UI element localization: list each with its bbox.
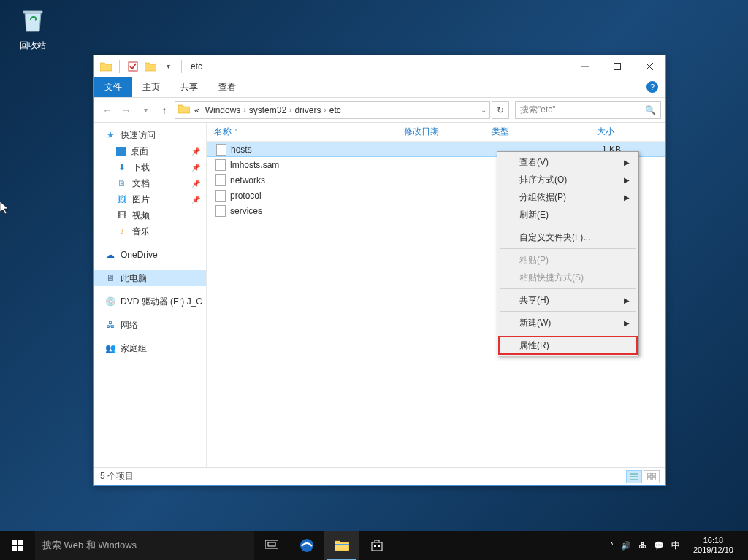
qat-folder-icon[interactable] (143, 59, 158, 74)
cm-refresh[interactable]: 刷新(E) (499, 206, 637, 223)
sidebar-onedrive[interactable]: ☁OneDrive (94, 247, 206, 263)
svg-rect-0 (129, 62, 137, 71)
volume-icon[interactable]: 🔊 (621, 541, 631, 551)
column-headers: 名称˄ 修改日期 类型 大小 (207, 123, 665, 142)
task-view-button[interactable] (254, 531, 289, 560)
breadcrumb-ellipsis[interactable]: « (191, 105, 202, 115)
sort-asc-icon: ˄ (234, 129, 238, 136)
qat-dropdown-icon[interactable]: ▾ (161, 59, 175, 74)
sidebar-item-music[interactable]: ♪音乐 (94, 223, 206, 239)
cm-view[interactable]: 查看(V)▶ (499, 153, 637, 171)
status-text: 5 个项目 (100, 470, 134, 483)
taskbar-explorer[interactable] (324, 531, 359, 560)
cm-paste: 粘贴(P) (499, 251, 637, 269)
file-icon (216, 144, 226, 156)
taskbar-search[interactable]: 搜索 Web 和 Windows (35, 531, 254, 560)
submenu-arrow-icon: ▶ (624, 296, 630, 304)
breadcrumb[interactable]: etc (327, 105, 344, 115)
col-type[interactable]: 类型 (484, 126, 565, 138)
svg-rect-16 (265, 540, 278, 548)
taskbar-search-placeholder: 搜索 Web 和 Windows (42, 539, 137, 552)
sidebar-this-pc[interactable]: 🖥此电脑 (94, 270, 206, 286)
cm-share[interactable]: 共享(H)▶ (499, 291, 637, 309)
breadcrumb[interactable]: Windows (202, 105, 244, 115)
sidebar-homegroup[interactable]: 👥家庭组 (94, 340, 206, 356)
address-bar[interactable]: « Windows› system32› drivers› etc ⌄ (175, 101, 490, 119)
context-menu: 查看(V)▶ 排序方式(O)▶ 分组依据(P)▶ 刷新(E) 自定义文件夹(F)… (497, 151, 639, 356)
tab-view[interactable]: 查看 (208, 77, 246, 97)
cm-group[interactable]: 分组依据(P)▶ (499, 188, 637, 206)
start-button[interactable] (0, 531, 35, 560)
maximize-button[interactable] (601, 56, 633, 77)
svg-rect-21 (374, 545, 376, 547)
sidebar-item-desktop[interactable]: 桌面📌 (94, 143, 206, 159)
col-name[interactable]: 名称˄ (207, 126, 397, 138)
show-desktop-button[interactable] (744, 531, 748, 560)
ime-indicator[interactable]: 中 (671, 540, 680, 552)
clock-time: 16:18 (693, 536, 733, 545)
file-icon (215, 174, 226, 186)
store-icon (370, 539, 383, 552)
cm-new[interactable]: 新建(W)▶ (499, 314, 637, 331)
folder-icon (99, 59, 113, 74)
pin-icon: 📌 (191, 164, 200, 172)
sidebar-dvd[interactable]: 💿DVD 驱动器 (E:) J_C (94, 294, 206, 310)
desktop-icon (116, 147, 126, 156)
forward-button[interactable]: → (118, 101, 135, 119)
svg-rect-15 (18, 546, 23, 551)
svg-rect-11 (652, 477, 656, 480)
details-view-button[interactable] (626, 470, 642, 483)
clock-date: 2019/12/10 (693, 545, 733, 555)
disc-icon: 💿 (104, 296, 116, 307)
svg-rect-14 (12, 546, 17, 551)
refresh-button[interactable]: ↻ (492, 101, 509, 119)
back-button[interactable]: ← (99, 101, 116, 119)
qat-checkbox-icon[interactable] (126, 59, 140, 74)
up-button[interactable]: ↑ (156, 101, 173, 119)
breadcrumb[interactable]: drivers (291, 105, 324, 115)
taskbar-store[interactable] (359, 531, 394, 560)
minimize-button[interactable] (569, 56, 601, 77)
cm-customize[interactable]: 自定义文件夹(F)... (499, 229, 637, 246)
sidebar-quick-access[interactable]: ★快速访问 (94, 127, 206, 143)
sidebar-item-downloads[interactable]: ⬇下载📌 (94, 159, 206, 175)
svg-rect-8 (647, 473, 651, 476)
taskbar-clock[interactable]: 16:18 2019/12/10 (687, 536, 739, 555)
tray-overflow-icon[interactable]: ˄ (610, 542, 614, 550)
cm-sort[interactable]: 排序方式(O)▶ (499, 171, 637, 188)
icons-view-button[interactable] (644, 470, 660, 483)
cloud-icon: ☁ (104, 249, 116, 261)
recycle-bin[interactable]: 回收站 (11, 4, 55, 52)
document-icon: 🗎 (116, 177, 128, 189)
music-icon: ♪ (116, 226, 128, 237)
sidebar-network[interactable]: 🖧网络 (94, 317, 206, 333)
window-title: etc (191, 61, 202, 72)
titlebar-divider (119, 60, 120, 73)
help-icon[interactable]: ? (646, 81, 658, 93)
action-center-icon[interactable]: 💬 (654, 541, 664, 551)
cm-paste-shortcut: 粘贴快捷方式(S) (499, 269, 637, 286)
menu-separator (500, 334, 636, 334)
nav-bar: ← → ▾ ↑ « Windows› system32› drivers› et… (94, 98, 665, 123)
sidebar-item-videos[interactable]: 🎞视频 (94, 207, 206, 223)
network-tray-icon[interactable]: 🖧 (638, 541, 646, 550)
titlebar-divider2 (181, 60, 182, 73)
windows-logo-icon (12, 540, 23, 551)
sidebar-item-pictures[interactable]: 🖼图片📌 (94, 191, 206, 207)
svg-rect-12 (12, 540, 17, 545)
col-date[interactable]: 修改日期 (397, 126, 484, 138)
sidebar-item-documents[interactable]: 🗎文档📌 (94, 175, 206, 191)
search-input[interactable]: 搜索"etc" 🔍 (515, 101, 661, 119)
recent-dropdown[interactable]: ▾ (137, 101, 154, 119)
close-button[interactable] (633, 56, 665, 77)
search-placeholder: 搜索"etc" (520, 104, 556, 116)
cm-properties[interactable]: 属性(R) (499, 337, 637, 354)
tab-file[interactable]: 文件 (94, 77, 132, 97)
col-size[interactable]: 大小 (565, 126, 623, 138)
tab-share[interactable]: 共享 (170, 77, 208, 97)
edge-icon (299, 537, 315, 553)
taskbar-edge[interactable] (289, 531, 324, 560)
address-dropdown-icon[interactable]: ⌄ (481, 106, 486, 114)
tab-home[interactable]: 主页 (132, 77, 170, 97)
breadcrumb[interactable]: system32 (246, 105, 289, 115)
